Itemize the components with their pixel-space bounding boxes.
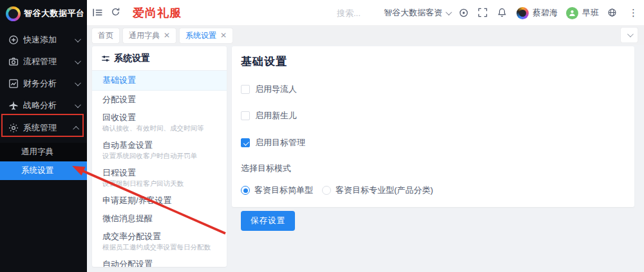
page-title: 基础设置: [241, 54, 625, 69]
checkbox-enable-target-mgmt[interactable]: 启用目标管理: [241, 137, 625, 149]
settings-item-deal-rate[interactable]: 成交率分配设置 根据员工邀约成交率设置每日分配数: [92, 228, 227, 255]
sidebar: 智谷大数据平台 快速添加 流程管理 财务分析: [0, 0, 87, 272]
logo-icon: [6, 6, 21, 21]
chevron-down-icon: [627, 31, 633, 37]
globe-icon[interactable]: [607, 8, 618, 19]
tab-dictionary[interactable]: 通用字典 ✕: [123, 28, 176, 43]
radio-simple-target[interactable]: 客资目标简单型: [241, 185, 313, 196]
close-icon[interactable]: ✕: [164, 32, 170, 39]
avatar: [516, 7, 529, 19]
checkbox-enable-newborn[interactable]: 启用新生儿: [241, 110, 625, 122]
sidebar-item-system-settings[interactable]: 系统设置: [0, 161, 87, 180]
more-menu-icon[interactable]: ⋮: [627, 7, 640, 19]
chevron-down-icon: [75, 36, 81, 42]
checkbox[interactable]: [241, 111, 250, 120]
shift-menu[interactable]: 早班: [566, 7, 599, 19]
settings-list: 基础设置 分配设置 回收设置 确认接收、有效时间、成交时间等 自动基金设置 设置…: [92, 71, 227, 267]
checkbox[interactable]: [241, 138, 250, 147]
chart-icon: [8, 78, 19, 89]
sidebar-item-process[interactable]: 流程管理: [0, 51, 87, 73]
tab-options-button[interactable]: [621, 28, 638, 42]
workspace-dropdown[interactable]: 智谷大数据客资: [384, 7, 450, 19]
app-title: 智谷大数据平台: [24, 8, 85, 19]
sidebar-item-dictionary[interactable]: 通用字典: [0, 143, 87, 161]
sidebar-item-label: 战略分析: [23, 100, 75, 111]
target-icon[interactable]: [459, 8, 469, 19]
sliders-icon: [101, 54, 110, 63]
top-header: 爱尚礼服 智谷大数据客资 蔡碧海 早班 ⋮: [87, 0, 644, 26]
basic-settings-panel: 基础设置 启用导流人 启用新生儿 启用目标管理 选择目标模式 客资目标简单型 客…: [232, 46, 634, 207]
sidebar-item-label: 通用字典: [21, 147, 53, 158]
chevron-down-icon: [75, 58, 81, 64]
settings-item-delay[interactable]: 申请延期/养客设置: [92, 192, 227, 210]
sidebar-menu: 快速添加 流程管理 财务分析 战略分析: [0, 29, 87, 180]
settings-item-allocation[interactable]: 分配设置: [92, 91, 227, 109]
chevron-down-icon: [75, 80, 81, 86]
close-icon[interactable]: ✕: [220, 32, 227, 39]
settings-panel-header: 系统设置: [92, 46, 227, 71]
user-name: 蔡碧海: [533, 7, 558, 19]
settings-item-auto-allocation[interactable]: 自动分配设置 设置员工分组以及每个组下的报备、跟踪人等: [92, 255, 227, 267]
sidebar-item-label: 财务分析: [23, 78, 75, 89]
user-menu[interactable]: 蔡碧海: [516, 7, 558, 19]
sidebar-item-label: 流程管理: [23, 56, 75, 68]
sidebar-item-label: 快速添加: [23, 34, 75, 46]
target-mode-label: 选择目标模式: [241, 163, 625, 174]
sidebar-item-strategy[interactable]: 战略分析: [0, 95, 87, 116]
shift-label: 早班: [582, 7, 599, 19]
checkbox[interactable]: [241, 85, 250, 94]
tab-label: 首页: [98, 30, 113, 41]
settings-panel-title: 系统设置: [114, 53, 150, 64]
save-settings-button[interactable]: 保存设置: [241, 211, 295, 231]
settings-item-recycle[interactable]: 回收设置 确认接收、有效时间、成交时间等: [92, 109, 227, 136]
camera-icon: [8, 57, 19, 67]
sidebar-item-finance[interactable]: 财务分析: [0, 73, 87, 95]
plus-circle-icon: [8, 35, 19, 45]
radio-professional-target[interactable]: 客资目标专业型(产品分类): [322, 185, 433, 196]
chevron-down-icon: [75, 102, 81, 108]
tab-bar: 首页 通用字典 ✕ 系统设置 ✕: [87, 26, 644, 45]
tab-label: 系统设置: [185, 30, 216, 41]
settings-item-schedule[interactable]: 日程设置 设置限制日程客户回访天数: [92, 164, 227, 192]
fullscreen-icon[interactable]: [478, 8, 489, 19]
checkbox-enable-referrer[interactable]: 启用导流人: [241, 84, 625, 95]
radio-button[interactable]: [322, 186, 331, 195]
refresh-icon[interactable]: [111, 7, 122, 18]
tab-label: 通用字典: [129, 30, 160, 41]
radio-button[interactable]: [241, 186, 250, 195]
bell-icon[interactable]: [497, 8, 508, 19]
person-icon: [566, 7, 578, 19]
app-logo[interactable]: 智谷大数据平台: [0, 0, 87, 27]
tab-home[interactable]: 首页: [92, 28, 119, 43]
gear-icon: [8, 123, 19, 133]
sidebar-item-label: 系统管理: [23, 122, 75, 134]
sidebar-item-label: 系统设置: [21, 165, 53, 176]
target-mode-options: 客资目标简单型 客资目标专业型(产品分类): [241, 185, 625, 196]
header-actions: 智谷大数据客资 蔡碧海 早班 ⋮: [384, 0, 640, 26]
tab-system-settings[interactable]: 系统设置 ✕: [180, 28, 232, 43]
chevron-down-icon: [446, 9, 452, 15]
settings-nav-panel: 系统设置 基础设置 分配设置 回收设置 确认接收、有效时间、成交时间等 自动基金…: [92, 46, 227, 267]
sidebar-item-quick-add[interactable]: 快速添加: [0, 29, 87, 51]
settings-item-auto-fund[interactable]: 自动基金设置 设置系统回收客户时自动开罚单: [92, 136, 227, 164]
plane-icon: [8, 100, 19, 111]
settings-item-basic[interactable]: 基础设置: [92, 71, 227, 91]
settings-item-wechat-notify[interactable]: 微信消息提醒: [92, 210, 227, 228]
sidebar-submenu: 通用字典 系统设置: [0, 143, 87, 180]
sidebar-item-system[interactable]: 系统管理: [0, 116, 87, 140]
sidebar-collapse-icon[interactable]: [92, 7, 103, 18]
shop-title: 爱尚礼服: [133, 5, 182, 21]
workspace-label: 智谷大数据客资: [384, 7, 442, 19]
